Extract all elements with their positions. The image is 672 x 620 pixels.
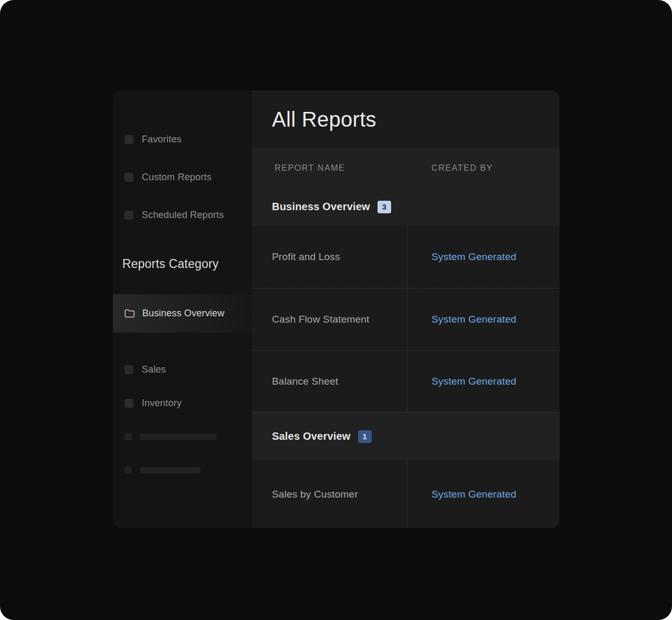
sidebar-item-label: Sales xyxy=(142,364,166,375)
report-name: Cash Flow Statement xyxy=(272,314,369,325)
created-by-link[interactable]: System Generated xyxy=(432,376,517,387)
report-name: Balance Sheet xyxy=(272,376,338,387)
created-by-link[interactable]: System Generated xyxy=(432,251,517,263)
reports-category-heading: Reports Category xyxy=(113,257,252,271)
favorites-icon xyxy=(124,135,133,144)
column-header-report-name: REPORT NAME xyxy=(252,163,407,173)
sidebar-item-label: Inventory xyxy=(142,398,182,409)
table-row[interactable]: Balance Sheet System Generated xyxy=(252,350,560,412)
sidebar-item-business-overview[interactable]: Business Overview xyxy=(113,294,252,333)
sidebar-item-label: Custom Reports xyxy=(142,172,212,183)
sidebar-item-label: Business Overview xyxy=(142,308,224,319)
created-by-link[interactable]: System Generated xyxy=(432,314,517,325)
folder-icon xyxy=(124,309,135,318)
created-by-link[interactable]: System Generated xyxy=(432,489,517,500)
skeleton-list-item xyxy=(113,426,252,447)
all-reports-main: All Reports REPORT NAME CREATED BY Busin… xyxy=(252,90,560,528)
table-row[interactable]: Sales by Customer System Generated xyxy=(252,460,560,528)
sales-icon xyxy=(124,365,133,374)
group-header-business-overview[interactable]: Business Overview 3 xyxy=(252,188,560,226)
table-row[interactable]: Cash Flow Statement System Generated xyxy=(252,288,560,350)
table-row[interactable]: Profit and Loss System Generated xyxy=(252,226,560,288)
sidebar-item-inventory[interactable]: Inventory xyxy=(113,392,252,414)
skeleton-bar xyxy=(140,433,216,440)
sidebar-item-sales[interactable]: Sales xyxy=(113,359,252,380)
skeleton-list-item xyxy=(113,460,252,481)
scheduled-reports-icon xyxy=(124,211,133,220)
group-name: Sales Overview xyxy=(272,430,351,442)
count-badge: 1 xyxy=(358,430,372,443)
group-name: Business Overview xyxy=(272,201,370,213)
count-badge: 3 xyxy=(377,201,391,213)
skeleton-icon xyxy=(124,433,132,440)
skeleton-bar xyxy=(140,467,201,473)
report-name: Sales by Customer xyxy=(272,489,358,500)
reports-panel: Favorites Custom Reports Scheduled Repor… xyxy=(113,90,560,528)
custom-reports-icon xyxy=(124,173,133,182)
inventory-icon xyxy=(124,399,133,408)
report-name: Profit and Loss xyxy=(272,251,340,263)
sidebar-item-label: Favorites xyxy=(142,134,182,145)
column-header-created-by: CREATED BY xyxy=(407,163,560,173)
sidebar-item-favorites[interactable]: Favorites xyxy=(113,129,252,150)
group-header-sales-overview[interactable]: Sales Overview 1 xyxy=(252,412,560,460)
sidebar-item-scheduled-reports[interactable]: Scheduled Reports xyxy=(113,204,252,225)
skeleton-icon xyxy=(124,467,132,474)
sidebar-item-custom-reports[interactable]: Custom Reports xyxy=(113,167,252,188)
app-window: Favorites Custom Reports Scheduled Repor… xyxy=(0,0,672,620)
page-title: All Reports xyxy=(272,108,376,131)
sidebar: Favorites Custom Reports Scheduled Repor… xyxy=(113,90,252,528)
table-header-row: REPORT NAME CREATED BY xyxy=(252,148,560,188)
sidebar-item-label: Scheduled Reports xyxy=(142,210,224,221)
